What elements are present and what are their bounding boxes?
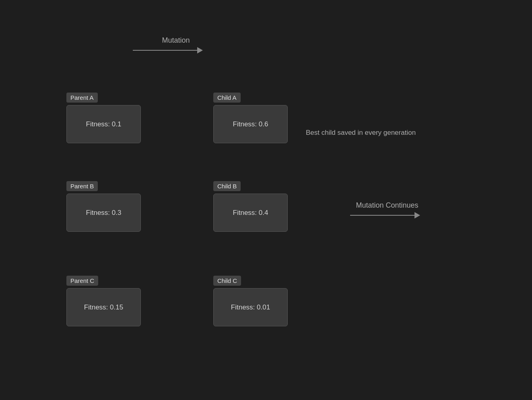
mutation-arrow-top: Mutation [133, 36, 203, 54]
child-b-fitness-box: Fitness: 0.4 [213, 194, 288, 232]
parent-c-label: Parent C [66, 276, 98, 286]
group-row-a: Parent A Fitness: 0.1 Child A Fitness: 0… [66, 93, 288, 143]
parent-c-fitness-box: Fitness: 0.15 [66, 288, 141, 326]
parent-c-group: Parent C Fitness: 0.15 [66, 276, 141, 326]
child-b-group: Child B Fitness: 0.4 [213, 181, 288, 232]
group-row-b: Parent B Fitness: 0.3 Child B Fitness: 0… [66, 181, 288, 232]
child-a-fitness-value: Fitness: 0.6 [233, 120, 268, 128]
child-c-label: Child C [213, 276, 241, 286]
parent-a-fitness-value: Fitness: 0.1 [86, 120, 122, 128]
mutation-label: Mutation [162, 36, 190, 45]
child-b-label: Child B [213, 181, 241, 191]
mutation-arrow-body [133, 50, 197, 51]
best-child-note: Best child saved in every generation [306, 129, 416, 137]
parent-c-fitness-value: Fitness: 0.15 [84, 303, 123, 311]
mutation-arrow-line [133, 47, 203, 54]
child-c-fitness-box: Fitness: 0.01 [213, 288, 288, 326]
child-b-fitness-value: Fitness: 0.4 [233, 209, 268, 217]
group-row-c: Parent C Fitness: 0.15 Child C Fitness: … [66, 276, 288, 326]
mutation-continues-arrow: Mutation Continues [350, 201, 420, 219]
parent-b-label: Parent B [66, 181, 98, 191]
diagram-container: Mutation Best child saved in every gener… [0, 0, 532, 400]
mutation-continues-arrow-body [350, 215, 414, 216]
mutation-arrow-head [197, 47, 203, 54]
child-c-fitness-value: Fitness: 0.01 [231, 303, 270, 311]
parent-b-group: Parent B Fitness: 0.3 [66, 181, 141, 232]
parent-b-fitness-value: Fitness: 0.3 [86, 209, 122, 217]
child-a-label: Child A [213, 93, 241, 103]
child-c-group: Child C Fitness: 0.01 [213, 276, 288, 326]
mutation-continues-label: Mutation Continues [356, 201, 418, 210]
mutation-continues-arrow-line [350, 212, 420, 219]
parent-a-group: Parent A Fitness: 0.1 [66, 93, 141, 143]
mutation-continues-arrow-head [414, 212, 420, 219]
child-a-group: Child A Fitness: 0.6 [213, 93, 288, 143]
parent-a-label: Parent A [66, 93, 98, 103]
child-a-fitness-box: Fitness: 0.6 [213, 105, 288, 143]
parent-b-fitness-box: Fitness: 0.3 [66, 194, 141, 232]
parent-a-fitness-box: Fitness: 0.1 [66, 105, 141, 143]
